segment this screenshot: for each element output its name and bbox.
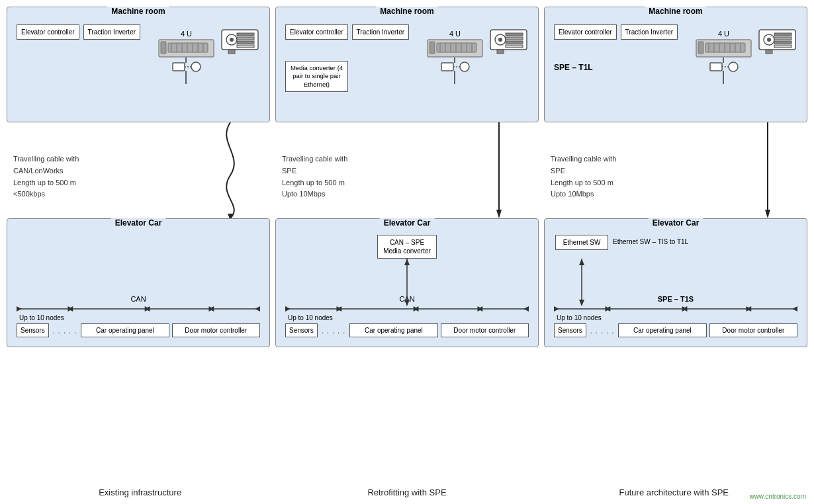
svg-rect-36: [506, 33, 523, 36]
svg-marker-60: [523, 306, 529, 312]
svg-marker-106: [579, 259, 584, 265]
diagram-col-existing: Machine roomElevator controllerTraction …: [7, 7, 270, 483]
elevator-car-existing: Elevator CarCAN Up to 10 nodesSensors. .…: [7, 218, 270, 347]
connector-svg-retrofitting: [427, 58, 483, 84]
door-motor-controller-box-existing: Door motor controller: [172, 323, 260, 337]
car-operating-panel-box-existing: Car operating panel: [81, 323, 169, 337]
nodes-label-retrofitting: Up to 10 nodes: [288, 314, 529, 321]
node-boxes-row-retrofitting: Sensors. . . . .Car operating panelDoor …: [285, 323, 529, 337]
elevator-car-title-future: Elevator Car: [649, 218, 703, 228]
svg-rect-43: [437, 43, 476, 52]
svg-rect-42: [430, 42, 435, 54]
v-arrow-svg-retrofitting: [400, 259, 414, 312]
svg-rect-39: [506, 45, 523, 48]
svg-marker-26: [255, 306, 260, 312]
ethernet-sw-note-future: Ethernet SW – TIS to T1L: [613, 237, 688, 247]
svg-marker-96: [554, 306, 559, 312]
cable-arrow-svg-existing: [210, 122, 250, 218]
svg-marker-105: [579, 300, 584, 306]
svg-marker-57: [496, 210, 502, 218]
svg-rect-79: [698, 42, 703, 54]
svg-marker-59: [285, 306, 291, 312]
svg-rect-3: [237, 33, 254, 36]
svg-marker-25: [17, 306, 22, 312]
rack-svg-existing: [158, 39, 214, 58]
4u-device-existing: 4 U: [158, 30, 214, 84]
motor-icon-retrofitting: [487, 24, 530, 58]
svg-rect-19: [173, 63, 185, 71]
nodes-area-existing: CAN Up to 10 nodesSensors. . . . .Car op…: [17, 295, 260, 337]
ethernet-sw-box-future: Ethernet SW: [555, 235, 608, 250]
svg-marker-97: [792, 306, 797, 312]
arrow-row-future: [554, 304, 797, 314]
4u-label-future: 4 U: [718, 30, 729, 38]
door-motor-controller-box-retrofitting: Door motor controller: [441, 323, 529, 337]
cable-arrow-svg-future: [748, 122, 788, 218]
can-spe-converter-box-retrofitting: CAN – SPE Media converter: [377, 235, 437, 259]
traction-inverter-box-existing: Traction Inverter: [83, 24, 140, 40]
elevator-car-retrofitting: Elevator CarCAN – SPE Media converterCAN…: [275, 218, 539, 347]
svg-rect-7: [228, 50, 235, 54]
traction-inverter-box-future: Traction Inverter: [621, 24, 678, 40]
motor-icon-existing: [218, 24, 261, 58]
can-label-future: SPE – T1S: [554, 295, 797, 303]
node-dots-existing: . . . . .: [52, 323, 79, 337]
node-dots-retrofitting: . . . . .: [320, 323, 347, 337]
diagram-caption-existing: Existing infrastructure: [7, 487, 273, 497]
node-boxes-row-future: Sensors. . . . .Car operating panelDoor …: [554, 323, 797, 337]
spe-t1l-label-future: SPE – T1L: [554, 63, 593, 72]
machine-room-existing: Machine roomElevator controllerTraction …: [7, 7, 270, 122]
connector-svg-future: [696, 58, 752, 84]
cable-section-retrofitting: Travelling cable withSPELength up to 500…: [275, 122, 539, 218]
elevator-car-future: Elevator CarEthernet SWEthernet SW – TIS…: [544, 218, 807, 347]
4u-device-future: 4 U: [696, 30, 752, 84]
svg-rect-77: [766, 50, 772, 54]
media-converter-box-retrofitting: Media converter (4 pair to single pair E…: [285, 61, 348, 92]
traction-inverter-box-retrofitting: Traction Inverter: [352, 24, 409, 40]
4u-label-retrofitting: 4 U: [449, 30, 461, 38]
svg-rect-40: [497, 50, 504, 54]
cable-text-future: Travelling cable withSPELength up to 500…: [551, 153, 616, 200]
svg-rect-9: [161, 42, 166, 54]
diagrams-row: Machine roomElevator controllerTraction …: [7, 7, 807, 483]
node-dots-future: . . . . .: [589, 323, 616, 337]
nodes-label-existing: Up to 10 nodes: [19, 314, 260, 321]
svg-rect-73: [774, 33, 791, 36]
arrow-row-existing: [17, 304, 260, 314]
4u-device-retrofitting: 4 U: [427, 30, 483, 84]
svg-point-21: [191, 62, 201, 71]
svg-rect-38: [506, 41, 523, 44]
rack-svg-future: [696, 39, 752, 58]
h-arrow-line-svg-future: [554, 304, 797, 314]
svg-marker-94: [765, 210, 770, 218]
elevator-car-title-existing: Elevator Car: [111, 218, 166, 228]
svg-rect-4: [237, 37, 254, 40]
cable-section-future: Travelling cable withSPELength up to 500…: [544, 122, 807, 218]
machine-room-retrofitting: Machine roomElevator controllerTraction …: [275, 7, 539, 122]
machine-room-title-retrofitting: Machine room: [376, 7, 437, 16]
svg-point-2: [230, 38, 234, 42]
svg-marker-69: [404, 259, 410, 265]
elevator-controller-box-retrofitting: Elevator controller: [285, 24, 348, 40]
motor-icon-future: [756, 24, 799, 58]
svg-rect-10: [168, 43, 208, 52]
cable-text-retrofitting: Travelling cable withSPELength up to 500…: [282, 153, 347, 200]
sensors-box-existing: Sensors: [17, 323, 49, 337]
svg-rect-76: [774, 45, 791, 48]
sensors-box-future: Sensors: [554, 323, 586, 337]
svg-point-72: [767, 38, 771, 42]
elevator-controller-box-existing: Elevator controller: [17, 24, 79, 40]
can-label-existing: CAN: [17, 295, 260, 303]
4u-label-existing: 4 U: [181, 30, 192, 38]
car-operating-panel-box-retrofitting: Car operating panel: [349, 323, 437, 337]
svg-rect-89: [710, 63, 722, 71]
rack-svg-retrofitting: [427, 39, 483, 58]
caption-row: Existing infrastructureRetrofitting with…: [7, 487, 807, 497]
cable-section-existing: Travelling cable withCAN/LonWorksLength …: [7, 122, 270, 218]
svg-rect-6: [237, 45, 254, 48]
machine-room-future: Machine roomElevator controllerTraction …: [544, 7, 807, 122]
svg-rect-80: [705, 43, 745, 52]
machine-room-title-existing: Machine room: [107, 7, 169, 16]
diagram-col-future: Machine roomElevator controllerTraction …: [544, 7, 807, 483]
elevator-controller-box-future: Elevator controller: [554, 24, 617, 40]
